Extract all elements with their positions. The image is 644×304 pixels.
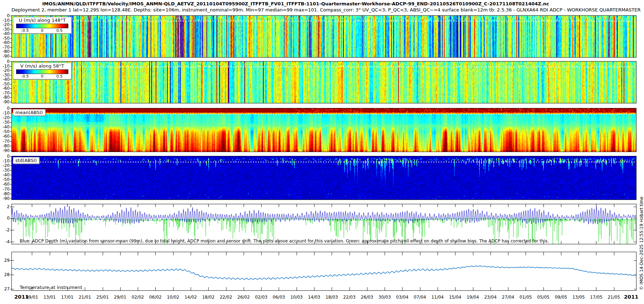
x-date-label: 29/01	[112, 295, 128, 300]
y-tick-mark	[10, 275, 12, 275]
temperature-label: Temperature at instrument	[20, 285, 82, 290]
y-tick-mark	[10, 47, 12, 48]
y-tick-label: -50	[0, 129, 10, 134]
y-tick-label: -40	[0, 172, 10, 177]
y-tick-label: -60	[0, 134, 10, 139]
y-tick-mark	[10, 29, 12, 30]
x-axis-year-left: 2011	[14, 294, 29, 300]
y-tick-mark	[10, 175, 12, 175]
u-legend-title: U (m/s) along 148°T	[13, 18, 71, 23]
y-tick-mark	[10, 166, 12, 166]
y-tick-mark	[10, 84, 12, 84]
x-date-label: 10/03	[289, 295, 304, 300]
y-tick-label: -10	[0, 158, 10, 163]
y-tick-mark	[10, 43, 12, 43]
x-date-label: 26/03	[359, 295, 375, 300]
y-tick-label: -30	[0, 120, 10, 125]
x-date-label: 18/02	[200, 295, 216, 300]
y-tick-label: -20	[0, 115, 10, 120]
v-legend-title: V (m/s) along 58°T	[13, 63, 71, 69]
y-tick-mark	[10, 38, 12, 39]
x-date-label: 15/04	[447, 295, 463, 300]
y-tick-label: -90	[0, 54, 10, 59]
y-tick-mark	[10, 141, 12, 142]
x-date-label: 17/01	[59, 295, 75, 300]
u-colorbar-tick: 0.5	[56, 28, 63, 33]
u-colorbar-tick: 0	[41, 28, 44, 33]
x-date-label: 03/04	[394, 295, 410, 300]
y-tick-label: -20	[0, 22, 10, 27]
y-tick-label: -60	[0, 40, 10, 45]
x-date-label: 10/02	[165, 295, 181, 300]
y-tick-label: 0	[0, 13, 10, 18]
v-colorbar	[16, 69, 68, 74]
y-tick-mark	[10, 242, 12, 242]
x-date-label: 06/02	[147, 295, 163, 300]
x-date-label: 25/01	[95, 295, 111, 300]
y-tick-label: -2	[0, 227, 10, 232]
x-date-label: 26/02	[236, 295, 252, 300]
v-colorbar-tick: 0	[41, 74, 44, 79]
y-tick-mark	[10, 132, 12, 132]
y-tick-label: 28	[0, 272, 10, 277]
y-tick-label: 0	[0, 216, 10, 221]
x-date-label: 21/01	[77, 295, 93, 300]
y-tick-mark	[10, 136, 12, 137]
x-date-label: 05/05	[536, 295, 551, 300]
y-tick-mark	[10, 161, 12, 161]
y-tick-label: -20	[0, 68, 10, 73]
y-tick-mark	[10, 230, 12, 230]
y-tick-label: -90	[0, 148, 10, 153]
y-tick-mark	[10, 34, 12, 34]
y-tick-mark	[10, 79, 12, 80]
y-tick-label: 0	[0, 106, 10, 111]
y-tick-label: -40	[0, 31, 10, 36]
figure-title: IMOS/ANMN/QLD/ITFFTB/Velocity/IMOS_ANMN-…	[42, 1, 549, 6]
y-tick-label: -70	[0, 139, 10, 144]
std-absi-label: std(ABSI)	[13, 157, 39, 164]
y-tick-mark	[10, 70, 12, 71]
x-date-label: 14/03	[306, 295, 322, 300]
x-date-label: 02/02	[130, 295, 146, 300]
mean-absi-label: mean(ABSI)	[13, 109, 45, 116]
y-tick-mark	[10, 260, 12, 261]
y-tick-mark	[10, 102, 12, 102]
v-colorbar-tick: -0.5	[21, 74, 29, 79]
y-tick-mark	[10, 118, 12, 118]
y-tick-mark	[10, 207, 12, 207]
y-tick-mark	[10, 180, 12, 180]
adcp-depth-line-chart	[12, 204, 636, 244]
y-tick-label: 0	[0, 154, 10, 159]
v-velocity-heatmap	[12, 62, 636, 103]
y-tick-label: -80	[0, 143, 10, 148]
x-date-label: 14/02	[183, 295, 199, 300]
panel-u-velocity: U (m/s) along 148°T -0.5 0 0.5	[11, 15, 636, 58]
x-date-label: 22/03	[342, 295, 357, 300]
u-colorbar-tick-labels: -0.5 0 0.5	[16, 28, 68, 33]
panel-v-velocity: V (m/s) along 58°T -0.5 0 0.5	[11, 61, 636, 103]
x-date-label: 06/03	[271, 295, 287, 300]
x-date-label: 17/05	[588, 295, 604, 300]
y-tick-mark	[10, 189, 12, 190]
y-tick-mark	[10, 170, 12, 171]
y-tick-mark	[10, 75, 12, 75]
x-axis-year-right: 2011	[624, 294, 638, 300]
u-colorbar-tick: -0.5	[21, 28, 29, 33]
y-tick-mark	[10, 93, 12, 93]
x-date-label: 23/04	[483, 295, 498, 300]
x-date-label: 22/02	[218, 295, 234, 300]
y-tick-mark	[10, 66, 12, 67]
y-tick-mark	[10, 62, 12, 62]
y-tick-mark	[10, 151, 12, 151]
copyright-vertical-text: © IMOS 14-Dec-2025 12:55:19 Hobart time	[639, 190, 644, 297]
panel-mean-absi: mean(ABSI)	[11, 108, 636, 152]
figure-subtitle: Deployment 2, member 1 lat=12.29S lon=12…	[11, 7, 640, 13]
y-tick-mark	[10, 198, 12, 199]
y-tick-label: 29	[0, 258, 10, 263]
panel-temperature: Temperature at instrument	[11, 252, 636, 291]
mean-absi-heatmap	[12, 108, 636, 152]
y-tick-mark	[10, 289, 12, 289]
y-tick-label: -60	[0, 182, 10, 187]
y-tick-label: -30	[0, 168, 10, 173]
x-date-label: 01/05	[518, 295, 533, 300]
